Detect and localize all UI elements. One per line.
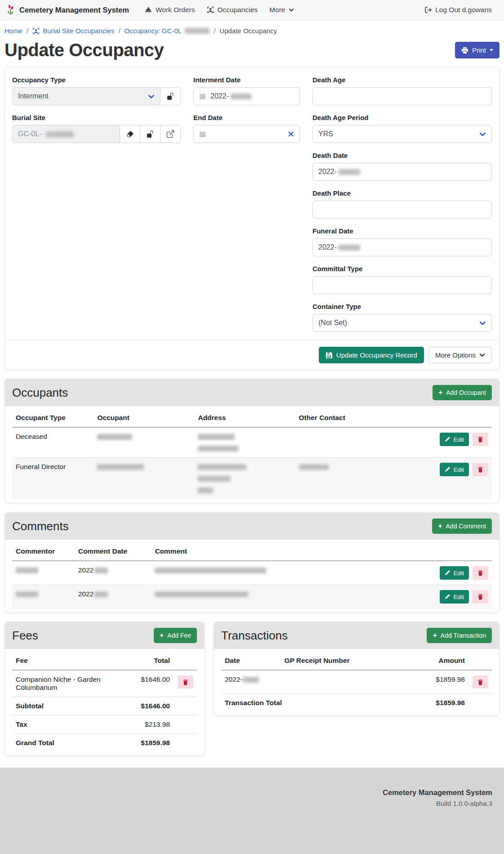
column-occupant-type: Occupant Type	[12, 408, 94, 427]
occupancy-type-select[interactable]: Interment	[12, 87, 161, 105]
occupants-table: Occupant Type Occupant Address Other Con…	[12, 408, 492, 499]
breadcrumb-occupancy[interactable]: Occupancy: GC-0L	[125, 27, 210, 35]
delete-occupant-button[interactable]	[473, 463, 488, 476]
occupancy-person-frame-icon	[32, 27, 40, 35]
redacted-text	[46, 131, 74, 137]
occupants-header: Occupants + Add Occupant	[5, 379, 499, 406]
grand-total-label: Grand Total	[12, 734, 137, 752]
app-brand[interactable]: Cemetery Management System	[6, 4, 129, 16]
fee-row: Companion Niche - Garden Columbarium $16…	[12, 670, 197, 697]
burial-site-open-button[interactable]	[161, 125, 181, 143]
update-occupancy-record-label: Update Occupancy Record	[336, 351, 417, 359]
page-header: Update Occupancy Print	[4, 36, 500, 67]
death-date-input[interactable]: 2022-	[312, 163, 492, 181]
breadcrumb: Home / Burial Site Occupancies / Occupan…	[4, 20, 500, 36]
end-date-input[interactable]	[193, 125, 300, 143]
fees-tax-row: Tax $213.98	[12, 715, 197, 734]
death-age-period-value: YRS	[318, 130, 333, 138]
column-occupant: Occupant	[94, 408, 194, 427]
column-actions	[174, 651, 197, 670]
column-other-contact: Other Contact	[295, 408, 436, 427]
container-type-select[interactable]: (Not Set)	[312, 314, 492, 332]
death-date-label: Death Date	[312, 152, 492, 159]
burial-site-lock-button[interactable]	[140, 125, 161, 143]
tulip-logo-icon	[6, 4, 15, 16]
fees-header: Fees + Add Fee	[5, 622, 204, 649]
nav-more[interactable]: More	[263, 6, 300, 14]
death-age-text[interactable]	[318, 88, 486, 105]
funeral-date-input[interactable]: 2022-	[312, 238, 492, 256]
redacted-text	[16, 568, 38, 573]
form-column-3: Death Age Death Age Period YRS	[312, 76, 492, 340]
calendar-icon	[199, 93, 206, 100]
committal-type-field: Committal Type	[312, 265, 492, 294]
top-navbar: Cemetery Management System Work Orders O…	[0, 0, 504, 20]
redacted-text	[155, 568, 266, 573]
redacted-text	[97, 464, 144, 470]
breadcrumb-burial-site-occupancies[interactable]: Burial Site Occupancies	[32, 27, 114, 35]
occupancy-type-field: Occupancy Type Interment	[12, 76, 181, 105]
delete-occupant-button[interactable]	[473, 433, 488, 446]
add-occupant-button[interactable]: + Add Occupant	[433, 385, 492, 400]
end-date-text[interactable]	[210, 125, 283, 143]
death-age-label: Death Age	[312, 76, 492, 84]
fees-table: Fee Total Companion Niche - Garden Colum…	[12, 651, 197, 752]
burial-site-clear-button[interactable]	[120, 125, 140, 143]
plus-icon: +	[438, 523, 442, 530]
print-button[interactable]: Print	[455, 42, 500, 58]
edit-comment-button[interactable]: Edit	[440, 590, 469, 604]
redacted-text	[198, 464, 246, 470]
page-footer: Cemetery Management System Build 1.0.0-a…	[0, 768, 504, 854]
trash-icon	[477, 436, 483, 443]
delete-transaction-button[interactable]	[473, 675, 488, 689]
breadcrumb-separator: /	[27, 27, 28, 35]
interment-date-input[interactable]: 2022-	[193, 87, 300, 105]
transaction-total-value: $1859.98	[406, 694, 468, 712]
delete-comment-button[interactable]	[473, 566, 488, 580]
logout-button[interactable]: Log Out d.gowans	[419, 6, 498, 14]
transactions-header: Transactions + Add Transaction	[214, 622, 499, 649]
redacted-text	[185, 28, 210, 34]
tax-label: Tax	[12, 715, 137, 734]
edit-label: Edit	[454, 594, 464, 600]
tax-value: $213.98	[137, 715, 174, 734]
edit-occupant-button[interactable]: Edit	[440, 433, 469, 446]
fees-title: Fees	[12, 629, 38, 643]
committal-type-input[interactable]	[312, 276, 492, 294]
comments-header: Comments + Add Comment	[5, 513, 499, 540]
edit-comment-button[interactable]: Edit	[440, 566, 469, 580]
occupancy-type-value: Interment	[18, 92, 49, 100]
committal-type-text[interactable]	[318, 277, 486, 294]
column-amount: Amount	[406, 651, 468, 670]
death-age-period-select[interactable]: YRS	[312, 125, 492, 143]
delete-fee-button[interactable]	[178, 675, 193, 689]
delete-comment-button[interactable]	[473, 590, 488, 604]
death-place-input[interactable]	[312, 201, 492, 219]
add-transaction-label: Add Transaction	[441, 632, 486, 639]
edit-occupant-button[interactable]: Edit	[440, 463, 469, 476]
comments-title: Comments	[12, 519, 69, 533]
clear-x-icon[interactable]	[288, 131, 294, 137]
fees-subtotal-row: Subtotal $1646.00	[12, 697, 197, 715]
add-comment-button[interactable]: + Add Comment	[432, 519, 492, 534]
more-options-button[interactable]: More Options	[428, 347, 492, 363]
occupancy-type-lock-button[interactable]	[161, 87, 181, 105]
redacted-text	[243, 677, 259, 683]
calendar-icon	[199, 131, 206, 138]
container-type-value: (Not Set)	[318, 319, 347, 327]
comment-date-cell: 2022	[78, 590, 94, 598]
column-gp-receipt-number: GP Receipt Number	[281, 651, 406, 670]
death-place-text[interactable]	[318, 201, 486, 218]
comments-table: Commentor Comment Date Comment 2022	[12, 541, 492, 608]
pencil-icon	[445, 570, 450, 576]
death-age-input[interactable]	[312, 87, 492, 105]
grand-total-value: $1859.98	[137, 734, 174, 752]
comments-section: Comments + Add Comment Commentor Comment…	[4, 512, 500, 613]
add-transaction-button[interactable]: + Add Transaction	[427, 628, 492, 643]
nav-occupancies[interactable]: Occupancies	[201, 6, 264, 14]
nav-work-orders[interactable]: Work Orders	[139, 6, 201, 14]
update-occupancy-record-button[interactable]: Update Occupancy Record	[319, 347, 424, 363]
breadcrumb-home[interactable]: Home	[4, 27, 22, 35]
add-fee-button[interactable]: + Add Fee	[154, 628, 197, 643]
pencil-icon	[445, 594, 450, 599]
